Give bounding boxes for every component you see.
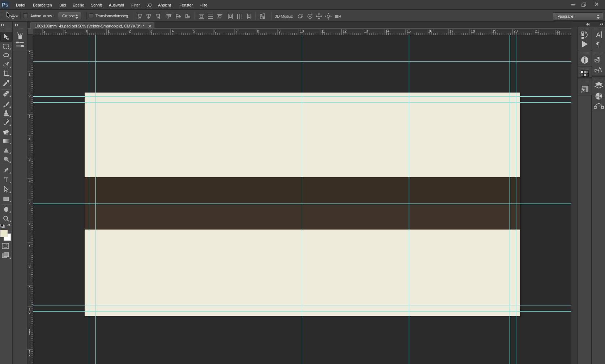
svg-text:8: 8 xyxy=(257,29,259,33)
svg-text:A: A xyxy=(598,66,602,73)
svg-text:18: 18 xyxy=(471,29,475,33)
svg-text:2: 2 xyxy=(29,51,31,55)
svg-text:15: 15 xyxy=(407,29,411,33)
svg-text:4: 4 xyxy=(172,29,174,33)
svg-text:2: 2 xyxy=(43,29,46,33)
svg-text:11: 11 xyxy=(321,29,325,33)
svg-text:12: 12 xyxy=(343,29,347,33)
svg-text:3: 3 xyxy=(29,158,31,162)
svg-text:14: 14 xyxy=(385,29,390,33)
svg-text:7: 7 xyxy=(236,29,238,33)
svg-text:3: 3 xyxy=(150,29,153,33)
svg-text:4: 4 xyxy=(29,179,31,183)
svg-text:1: 1 xyxy=(29,115,31,119)
svg-text:6: 6 xyxy=(214,29,217,33)
svg-text:A: A xyxy=(596,31,601,39)
svg-text:1: 1 xyxy=(65,29,67,33)
svg-text:1: 1 xyxy=(107,29,110,33)
svg-text:20: 20 xyxy=(514,29,518,33)
svg-text:T: T xyxy=(4,176,8,184)
svg-text:fx: fx xyxy=(581,87,585,93)
svg-text:9: 9 xyxy=(29,286,31,290)
svg-text:8: 8 xyxy=(29,265,31,269)
svg-text:0: 0 xyxy=(86,29,88,33)
svg-text:5: 5 xyxy=(193,29,195,33)
svg-text:2: 2 xyxy=(29,353,31,357)
svg-text:2: 2 xyxy=(29,136,31,140)
svg-text:5: 5 xyxy=(29,200,31,204)
svg-text:17: 17 xyxy=(450,29,454,33)
svg-text:1: 1 xyxy=(29,72,31,76)
svg-text:16: 16 xyxy=(428,29,433,33)
svg-text:0: 0 xyxy=(29,311,31,314)
svg-text:21: 21 xyxy=(535,29,539,33)
svg-text:7: 7 xyxy=(29,243,31,247)
svg-text:2: 2 xyxy=(129,29,131,33)
svg-text:0: 0 xyxy=(29,94,31,98)
svg-text:19: 19 xyxy=(492,29,497,33)
svg-text:9: 9 xyxy=(278,29,281,33)
svg-text:1: 1 xyxy=(29,332,31,336)
svg-text:10: 10 xyxy=(300,29,304,33)
svg-text:6: 6 xyxy=(29,222,31,226)
svg-text:22: 22 xyxy=(557,29,561,33)
svg-text:¶: ¶ xyxy=(596,41,600,48)
svg-text:13: 13 xyxy=(364,29,368,33)
